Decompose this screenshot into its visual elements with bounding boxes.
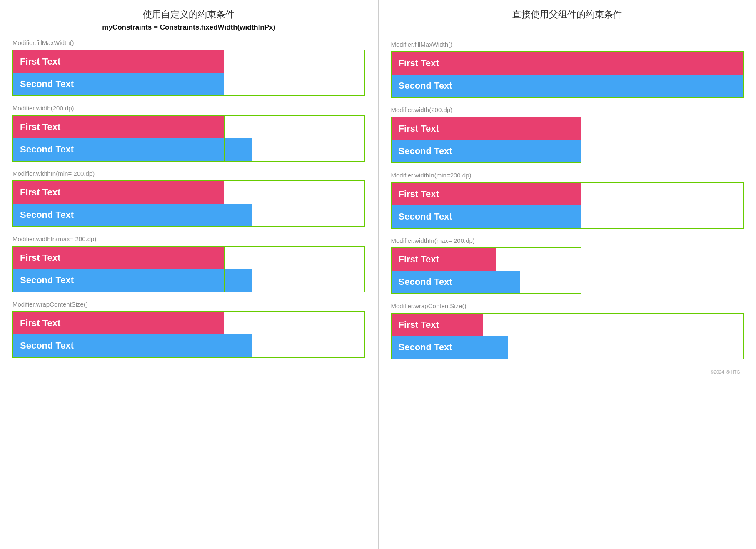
left-second-text-0: Second Text bbox=[13, 73, 224, 95]
left-first-text-2: First Text bbox=[13, 181, 224, 204]
left-second-text-4: Second Text bbox=[13, 334, 252, 357]
right-label-0: Modifier.fillMaxWidth() bbox=[391, 41, 744, 48]
watermark: ©2024 @ IITG bbox=[391, 368, 744, 376]
right-section-1: Modifier.width(200.dp) First Text Second… bbox=[391, 106, 744, 163]
right-section-3: Modifier.widthIn(max= 200.dp) First Text… bbox=[391, 237, 744, 294]
left-column-subtitle: myConstraints = Constraints.fixedWidth(w… bbox=[12, 23, 365, 32]
right-first-text-0: First Text bbox=[392, 52, 743, 75]
main-container: 使用自定义的约束条件 myConstraints = Constraints.f… bbox=[0, 0, 756, 549]
left-section-3: Modifier.widthIn(max= 200.dp) First Text… bbox=[12, 235, 365, 292]
left-section-2: Modifier.widthIn(min= 200.dp) First Text… bbox=[12, 170, 365, 227]
right-demo-box-0: First Text Second Text bbox=[391, 51, 744, 98]
right-first-text-3: First Text bbox=[392, 248, 496, 271]
right-label-2: Modifier.widthIn(min=200.dp) bbox=[391, 172, 744, 179]
left-first-text-4: First Text bbox=[13, 312, 224, 334]
right-label-4: Modifier.wrapContentSize() bbox=[391, 302, 744, 309]
right-column: 直接使用父组件的约束条件 Modifier.fillMaxWidth() Fir… bbox=[379, 0, 756, 549]
left-section-1: Modifier.width(200.dp) First Text Second… bbox=[12, 105, 365, 162]
left-second-text-1: Second Text bbox=[13, 138, 252, 161]
right-label-3: Modifier.widthIn(max= 200.dp) bbox=[391, 237, 744, 244]
left-label-2: Modifier.widthIn(min= 200.dp) bbox=[12, 170, 365, 177]
left-first-text-1: First Text bbox=[13, 116, 224, 138]
left-second-text-2: Second Text bbox=[13, 204, 252, 226]
right-section-0: Modifier.fillMaxWidth() First Text Secon… bbox=[391, 41, 744, 98]
right-second-text-4: Second Text bbox=[392, 336, 508, 359]
left-demo-box-0: First Text Second Text bbox=[12, 50, 365, 96]
left-section-4: Modifier.wrapContentSize() First Text Se… bbox=[12, 301, 365, 358]
left-demo-box-2: First Text Second Text bbox=[12, 180, 365, 227]
left-demo-box-1: First Text Second Text bbox=[12, 115, 365, 162]
left-demo-box-3: First Text Second Text bbox=[12, 246, 365, 292]
right-second-text-1: Second Text bbox=[392, 140, 581, 162]
left-section-0: Modifier.fillMaxWidth() First Text Secon… bbox=[12, 39, 365, 96]
right-section-2: Modifier.widthIn(min=200.dp) First Text … bbox=[391, 172, 744, 229]
right-column-title: 直接使用父组件的约束条件 bbox=[391, 8, 744, 21]
right-label-1: Modifier.width(200.dp) bbox=[391, 106, 744, 113]
left-first-text-3: First Text bbox=[13, 247, 224, 269]
left-column-title: 使用自定义的约束条件 bbox=[12, 8, 365, 21]
right-section-4: Modifier.wrapContentSize() First Text Se… bbox=[391, 302, 744, 359]
right-demo-box-1: First Text Second Text bbox=[391, 117, 581, 163]
right-first-text-4: First Text bbox=[392, 314, 483, 336]
right-second-text-3: Second Text bbox=[392, 271, 520, 293]
right-demo-box-3: First Text Second Text bbox=[391, 247, 581, 294]
left-label-3: Modifier.widthIn(max= 200.dp) bbox=[12, 235, 365, 242]
left-first-text-0: First Text bbox=[13, 50, 224, 73]
left-column: 使用自定义的约束条件 myConstraints = Constraints.f… bbox=[0, 0, 379, 549]
right-demo-box-2: First Text Second Text bbox=[391, 182, 744, 229]
left-label-0: Modifier.fillMaxWidth() bbox=[12, 39, 365, 46]
right-first-text-2: First Text bbox=[392, 183, 581, 205]
right-demo-box-4: First Text Second Text bbox=[391, 313, 744, 359]
left-second-text-3: Second Text bbox=[13, 269, 252, 292]
left-label-4: Modifier.wrapContentSize() bbox=[12, 301, 365, 308]
left-demo-box-4: First Text Second Text bbox=[12, 311, 365, 358]
right-second-text-0: Second Text bbox=[392, 75, 743, 97]
right-second-text-2: Second Text bbox=[392, 205, 581, 228]
left-label-1: Modifier.width(200.dp) bbox=[12, 105, 365, 112]
right-first-text-1: First Text bbox=[392, 117, 581, 140]
